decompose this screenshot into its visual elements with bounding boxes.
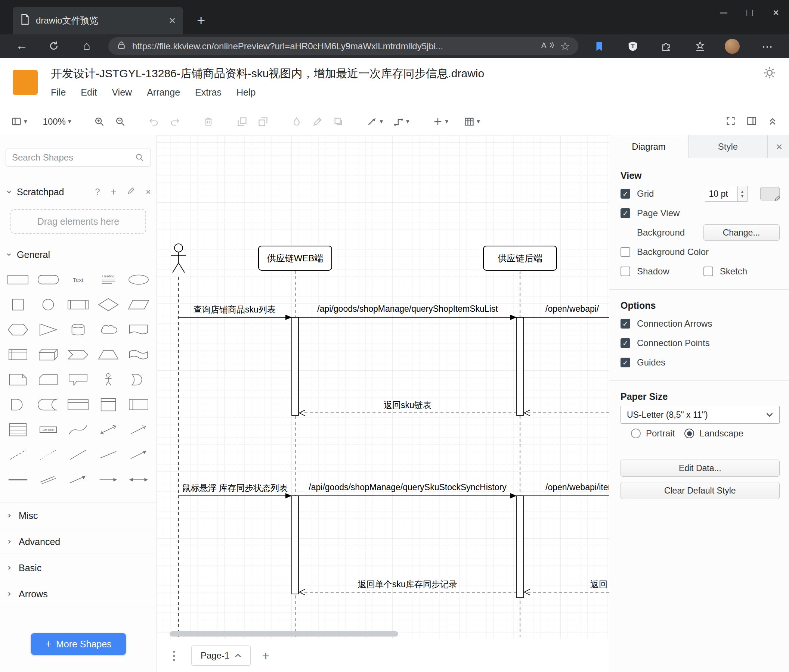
shape-step[interactable] [63, 342, 93, 367]
shape-rounded-rectangle[interactable] [33, 267, 64, 292]
shape-container[interactable] [63, 392, 93, 417]
url-text[interactable]: https://file.kkview.cn/onlinePreview?url… [132, 41, 535, 51]
scratchpad-add-icon[interactable]: + [110, 186, 117, 198]
shape-process[interactable] [63, 292, 93, 317]
shape-list[interactable] [3, 417, 33, 442]
fill-color-button[interactable] [291, 116, 302, 127]
browser-menu-icon[interactable]: ⋯ [759, 38, 776, 54]
scratchpad-edit-icon[interactable] [127, 187, 135, 197]
section-general[interactable]: General [6, 249, 151, 260]
collapse-toolbar-button[interactable] [767, 116, 778, 128]
message-label[interactable]: /api/goods/shopManage/queryShopItemSkuLi… [299, 304, 517, 315]
sketch-checkbox[interactable] [703, 267, 713, 276]
menu-help[interactable]: Help [236, 87, 256, 98]
connection-points-checkbox[interactable]: ✓ [621, 338, 630, 348]
shape-cylinder[interactable] [63, 317, 93, 342]
page-tab[interactable]: Page-1 [191, 645, 251, 666]
shape-textbox[interactable]: Heading [93, 267, 124, 292]
paper-size-select[interactable]: US-Letter (8,5" x 11") [621, 406, 779, 424]
shape-vertical-container[interactable] [93, 392, 124, 417]
connection-arrows-checkbox[interactable]: ✓ [621, 319, 630, 328]
section-arrows[interactable]: Arrows [0, 581, 157, 607]
pages-menu-button[interactable]: ⋮ [168, 648, 180, 662]
shape-and[interactable] [3, 392, 33, 417]
profile-avatar[interactable] [724, 38, 740, 54]
shape-horizontal-container[interactable] [123, 392, 153, 417]
grid-checkbox[interactable]: ✓ [621, 189, 630, 199]
to-back-button[interactable] [258, 116, 268, 127]
tab-close-icon[interactable]: × [169, 15, 176, 26]
shape-rectangle[interactable] [3, 267, 33, 292]
tab-style[interactable]: Style [688, 135, 768, 158]
grid-color-button[interactable] [760, 187, 779, 201]
shape-data-storage[interactable] [33, 392, 64, 417]
fullscreen-button[interactable] [725, 116, 736, 128]
shape-cube[interactable] [33, 342, 64, 367]
shape-tape[interactable] [123, 342, 153, 367]
message-label[interactable]: /open/webapi/iten [545, 483, 609, 494]
search-shapes-input[interactable]: Search Shapes [6, 148, 151, 167]
connection-style-button[interactable]: ▾ [367, 116, 383, 127]
message-label[interactable]: /open/webapi/ [545, 304, 599, 315]
shape-document[interactable] [123, 317, 153, 342]
insert-button[interactable]: ▾ [433, 116, 449, 127]
new-tab-button[interactable]: + [193, 13, 209, 29]
edit-data-button[interactable]: Edit Data... [621, 460, 779, 477]
section-basic[interactable]: Basic [0, 555, 157, 581]
guides-checkbox[interactable]: ✓ [621, 358, 630, 367]
view-dropdown-button[interactable]: ▾ [11, 116, 27, 127]
shape-bidirectional-connector[interactable] [93, 442, 124, 467]
shape-text[interactable]: Text [63, 267, 93, 292]
shape-dotted-line[interactable] [33, 442, 64, 467]
undo-button[interactable] [149, 116, 159, 127]
change-background-button[interactable]: Change... [703, 225, 779, 241]
shadow-checkbox[interactable] [621, 267, 630, 276]
table-button[interactable]: ▾ [464, 116, 480, 127]
address-bar[interactable]: https://file.kkview.cn/onlinePreview?url… [109, 37, 578, 55]
shape-simple-arrow[interactable] [93, 467, 124, 492]
horizontal-scrollbar[interactable] [169, 631, 398, 637]
message-label[interactable]: 鼠标悬浮 库存同步状态列表 [173, 483, 297, 494]
lock-icon[interactable] [117, 40, 126, 52]
shape-directional-connector[interactable] [123, 442, 153, 467]
shape-simple-double-arrow[interactable] [123, 467, 153, 492]
shape-cloud[interactable] [93, 317, 124, 342]
shape-line[interactable] [63, 442, 93, 467]
shape-triangle[interactable] [33, 317, 64, 342]
grid-size-input[interactable]: 10 pt [705, 186, 738, 202]
minimize-button[interactable]: ─ [711, 0, 737, 25]
page-view-checkbox[interactable]: ✓ [621, 208, 630, 218]
maximize-button[interactable]: □ [737, 0, 763, 25]
message-label[interactable]: 返回单个sku库存同步记录 [299, 579, 517, 590]
format-panel-close-icon[interactable]: × [768, 135, 789, 158]
format-panel-toggle-button[interactable] [746, 116, 757, 128]
grid-size-spinner[interactable]: ▲▼ [738, 186, 747, 202]
menu-file[interactable]: File [51, 87, 66, 98]
menu-extras[interactable]: Extras [195, 87, 222, 98]
shape-or[interactable] [123, 367, 153, 392]
back-button[interactable]: ← [13, 39, 30, 53]
waypoints-button[interactable]: ▾ [393, 116, 409, 127]
section-advanced[interactable]: Advanced [0, 529, 157, 555]
landscape-radio[interactable] [684, 428, 694, 438]
scratchpad-close-icon[interactable]: × [146, 187, 151, 197]
line-color-button[interactable] [312, 116, 323, 127]
shape-ellipse[interactable] [123, 267, 153, 292]
menu-view[interactable]: View [112, 87, 132, 98]
shape-circle[interactable] [33, 292, 64, 317]
portrait-radio[interactable] [631, 428, 641, 438]
shape-hexagon[interactable] [3, 317, 33, 342]
menu-edit[interactable]: Edit [81, 87, 97, 98]
scratchpad-help-icon[interactable]: ? [95, 187, 100, 197]
participant-web[interactable]: 供应链WEB端 [258, 246, 332, 271]
bookmark-extension-icon[interactable] [591, 38, 607, 54]
redo-button[interactable] [169, 116, 180, 127]
section-misc[interactable]: Misc [0, 503, 157, 529]
close-button[interactable]: × [763, 0, 789, 25]
theme-toggle-icon[interactable] [763, 66, 776, 81]
shape-bidirectional-arrow[interactable] [93, 417, 124, 442]
shape-callout[interactable] [63, 367, 93, 392]
zoom-in-button[interactable] [94, 116, 105, 127]
shadow-button[interactable] [333, 116, 344, 127]
more-shapes-button[interactable]: + More Shapes [31, 633, 126, 655]
